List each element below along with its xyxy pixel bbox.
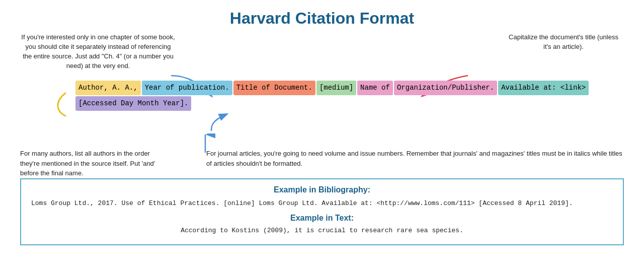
page: Harvard Citation Format — [0, 0, 644, 255]
citation-chip-6: Available at: <link> — [498, 81, 589, 95]
annotation-area: If you're interested only in one chapter… — [15, 33, 629, 154]
page-title: Harvard Citation Format — [15, 9, 629, 28]
citation-chip-7: [Accessed Day Month Year]. — [75, 96, 191, 111]
citation-line: Author, A. A., Year of publication. Titl… — [75, 81, 619, 111]
citation-chip-3: [medium] — [316, 81, 356, 95]
citation-chip-2: Title of Document. — [233, 81, 315, 95]
bottom-arrow-svg — [190, 133, 220, 154]
note-top-left: If you're interested only in one chapter… — [20, 33, 176, 71]
note-bottom-right: For journal articles, you're going to ne… — [176, 149, 629, 178]
example-bibliography-text: Loms Group Ltd., 2017. Use of Ethical Pr… — [31, 198, 613, 209]
note-top-right: Capitalize the document's title (unless … — [508, 33, 619, 52]
citation-chip-4: Name of — [357, 81, 393, 95]
citation-chip-1: Year of publication. — [142, 81, 232, 95]
note-bottom-left: For many authors, list all authors in th… — [20, 149, 176, 178]
citation-chip-0: Author, A. A., — [75, 81, 141, 95]
example-intext-text: According to Kostins (2009), it is cruci… — [31, 226, 613, 236]
example-bibliography-title: Example in Bibliography: — [31, 185, 613, 194]
bottom-notes: For many authors, list all authors in th… — [15, 149, 629, 178]
example-box: Example in Bibliography: Loms Group Ltd.… — [20, 178, 624, 246]
citation-block: Author, A. A., Year of publication. Titl… — [75, 81, 619, 111]
citation-chip-5: Organization/Publisher. — [394, 81, 497, 95]
example-intext-title: Example in Text: — [31, 214, 613, 223]
